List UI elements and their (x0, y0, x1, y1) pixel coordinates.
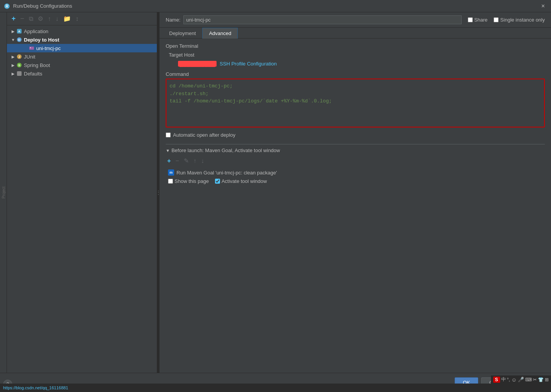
name-input[interactable] (183, 15, 461, 24)
tree-item-application[interactable]: ▶ A Application (7, 27, 157, 35)
command-textarea[interactable] (166, 79, 544, 126)
show-page-label: Show this page (175, 178, 209, 184)
tabs-row: Deployment Advanced (160, 28, 551, 39)
before-launch-down-button[interactable]: ↓ (200, 157, 206, 165)
before-launch-up-button[interactable]: ↑ (192, 157, 198, 165)
settings-config-button[interactable]: ⚙ (36, 14, 45, 23)
svg-text:S: S (18, 64, 20, 67)
sort-button[interactable]: ↕ (74, 15, 80, 23)
divider (166, 144, 545, 144)
move-up-button[interactable]: ↑ (46, 15, 52, 23)
tree-item-defaults[interactable]: ▶ Defaults (7, 69, 157, 78)
tab-deployment[interactable]: Deployment (163, 28, 202, 39)
application-label: Application (24, 28, 154, 34)
left-panel: + − ⧉ ⚙ ↑ ↓ 📁 ↕ ▶ A Application ▼ D (7, 12, 157, 373)
arrow-deploy: ▼ (10, 37, 16, 43)
command-label: Command (166, 71, 545, 77)
svg-text:J: J (18, 55, 20, 59)
svg-text:A: A (18, 30, 20, 33)
arrow-spring: ▶ (10, 62, 16, 68)
maven-icon: m (168, 169, 174, 176)
auto-open-checkbox[interactable] (166, 132, 171, 137)
window-icon: R (4, 3, 10, 9)
before-launch-remove-button[interactable]: − (174, 157, 180, 165)
tray-mic-icon: 🎤 (518, 377, 524, 382)
add-config-button[interactable]: + (10, 14, 17, 23)
single-instance-checkbox-label[interactable]: Single instance only (494, 17, 545, 23)
before-launch-toolbar: + − ✎ ↑ ↓ (166, 156, 545, 165)
right-panel: Name: Share Single instance only Deploym… (160, 12, 551, 373)
show-page-checkbox[interactable] (168, 179, 173, 184)
config-toolbar: + − ⧉ ⚙ ↑ ↓ 📁 ↕ (7, 12, 157, 25)
main-container: Project + − ⧉ ⚙ ↑ ↓ 📁 ↕ ▶ A Application (0, 12, 551, 373)
tray-grid-icon: ⊞ (545, 377, 549, 382)
status-url: https://blog.csdn.net/qq_16116881 (3, 385, 68, 390)
tray-cn-icon: 中 (501, 376, 506, 383)
server-icon (29, 45, 35, 51)
svg-rect-12 (17, 71, 22, 76)
before-launch-item: m Run Maven Goal 'uni-tmcj-pc: clean pac… (166, 168, 545, 177)
tab-advanced[interactable]: Advanced (202, 28, 238, 39)
before-launch-edit-button[interactable]: ✎ (182, 156, 190, 165)
tab-advanced-label: Advanced (209, 30, 231, 36)
maven-goal-label: Run Maven Goal 'uni-tmcj-pc: clean packa… (176, 170, 277, 176)
spring-label: Spring Boot (24, 62, 154, 68)
host-config-row: ██████████ SSH Profile Configuration (169, 61, 545, 67)
name-row: Name: Share Single instance only (160, 12, 551, 28)
folder-button[interactable]: 📁 (62, 14, 72, 23)
before-launch-header[interactable]: ▼ Before launch: Maven Goal, Activate to… (166, 147, 545, 153)
tray-scissors-icon: ✂ (533, 377, 537, 382)
before-launch-add-button[interactable]: + (166, 157, 172, 165)
remove-config-button[interactable]: − (19, 14, 26, 23)
tree-item-spring-boot[interactable]: ▶ S Spring Boot (7, 61, 157, 69)
deploy-label: Deploy to Host (24, 37, 154, 43)
target-host-label: Target Host (169, 52, 200, 58)
copy-config-button[interactable]: ⧉ (27, 15, 35, 23)
activate-window-checkbox-label[interactable]: Activate tool window (215, 178, 267, 184)
auto-open-row: Automatic open after deploy (166, 132, 545, 138)
junit-label: JUnit (24, 54, 154, 60)
ssh-profile-link[interactable]: SSH Profile Configuration (220, 61, 277, 67)
status-bar: https://blog.csdn.net/qq_16116881 (0, 384, 551, 392)
tray-s-icon: S (493, 377, 500, 383)
arrow-junit: ▶ (10, 54, 16, 60)
arrow-defaults: ▶ (10, 70, 16, 77)
single-instance-label: Single instance only (500, 17, 545, 23)
defaults-icon (16, 70, 22, 77)
options-row: Show this page Activate tool window (166, 177, 545, 186)
share-checkbox-label[interactable]: Share (468, 17, 488, 23)
tree-item-junit[interactable]: ▶ J JUnit (7, 52, 157, 61)
activate-window-checkbox[interactable] (215, 179, 220, 184)
svg-rect-7 (30, 47, 31, 48)
command-textarea-wrapper (166, 79, 545, 127)
arrow-application: ▶ (10, 28, 16, 34)
share-label: Share (474, 17, 488, 23)
show-page-checkbox-label[interactable]: Show this page (168, 178, 209, 184)
tray-shirt-icon: 👕 (538, 377, 544, 382)
close-button[interactable]: × (539, 2, 547, 10)
system-tray: S 中 °, ☺ 🎤 ⌨ ✂ 👕 ⊞ (491, 375, 551, 384)
ip-redacted: ██████████ (178, 61, 217, 67)
tray-smile-icon: ☺ (511, 377, 517, 383)
svg-text:R: R (5, 4, 8, 8)
target-host-row: Target Host (169, 52, 545, 58)
move-down-button[interactable]: ↓ (54, 15, 60, 23)
tray-comma-icon: °, (507, 377, 510, 382)
open-terminal-section-title: Open Terminal (166, 43, 545, 49)
title-bar: R Run/Debug Configurations × (0, 0, 551, 12)
junit-icon: J (16, 54, 22, 60)
tray-keyboard-icon: ⌨ (525, 377, 532, 382)
tree-item-uni-tmcj-pc[interactable]: ▶ uni-tmcj-pc (7, 44, 157, 52)
single-instance-checkbox[interactable] (494, 17, 499, 22)
application-icon: A (16, 28, 22, 34)
side-label: Project (1, 186, 5, 198)
before-launch-title: Before launch: Maven Goal, Activate tool… (171, 147, 280, 153)
config-tree: ▶ A Application ▼ D Deploy to Host ▶ uni… (7, 25, 157, 373)
uni-tmcj-pc-label: uni-tmcj-pc (36, 45, 154, 51)
tree-item-deploy-to-host[interactable]: ▼ D Deploy to Host (7, 35, 157, 44)
share-checkbox[interactable] (468, 17, 473, 22)
tab-deployment-label: Deployment (169, 30, 196, 36)
svg-rect-6 (29, 47, 34, 50)
name-label: Name: (166, 17, 180, 23)
target-host-section: Target Host ██████████ SSH Profile Confi… (169, 52, 545, 67)
